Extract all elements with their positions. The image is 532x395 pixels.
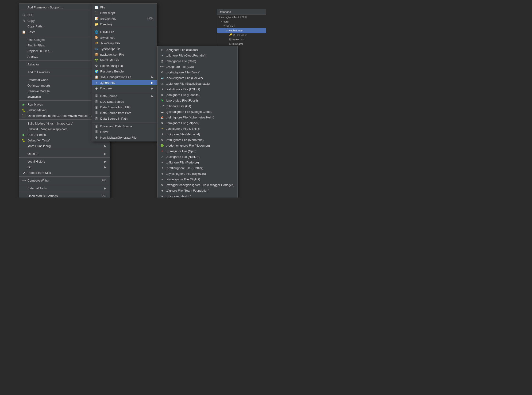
ctx-item-local-history[interactable]: Local History ▶: [19, 159, 110, 164]
ctx-item-js[interactable]: JS JavaScript File: [92, 40, 157, 46]
ctx-item-git[interactable]: Git ▶: [19, 164, 110, 170]
ctx-item-external-tools[interactable]: External Tools ▶: [19, 185, 110, 191]
ctx-item-label: New MybatisGeneratorFile: [100, 136, 136, 139]
ctx-item-scratch-file[interactable]: 📝 Scratch File ⇧⌘N: [92, 16, 157, 21]
ignore-item-git[interactable]: ⎇ .gitignore File (Git): [157, 103, 237, 109]
arrow-icon: ▶: [104, 144, 106, 148]
ignore-item-eb[interactable]: ☁ .ebignore File (ElasticBeanstalk): [157, 81, 237, 86]
db-name: card: [224, 20, 229, 23]
run-tests-icon: ▶: [22, 133, 26, 137]
jshint-icon: JS: [160, 127, 164, 130]
ctx-item-file[interactable]: 📄 File: [92, 5, 157, 10]
ctx-item-driver-datasource[interactable]: 🗄 Driver and Data Source: [92, 123, 157, 129]
database-panel-header: Database: [217, 9, 266, 15]
docker-icon: 🐋: [160, 76, 164, 80]
ignore-item-helm[interactable]: ⛵ .helmignore File (Kubernetes Helm): [157, 115, 237, 120]
ctx-item-reload-from-disk[interactable]: ↺ Reload from Disk: [19, 170, 110, 176]
ignore-item-mercurial[interactable]: ☿ .hgignore File (Mercurial): [157, 131, 237, 137]
ignore-item-stylint[interactable]: ✒ .stylintignore File (Stylint): [157, 176, 237, 182]
ctx-item-driver[interactable]: 🗄 Driver: [92, 129, 157, 135]
ctx-item-datasource-in-path[interactable]: 🗄 Data Source in Path: [92, 116, 157, 121]
favorites-icon: [22, 70, 26, 74]
ignore-item-jetpack[interactable]: ⚙ .jpmignore File (Jetpack): [157, 120, 237, 126]
ctx-item-resource-bundle[interactable]: 🌍 Resource Bundle: [92, 68, 157, 74]
reformat-icon: [22, 78, 26, 82]
db-tree-wechat-user[interactable]: ▾ wechat_user: [217, 28, 266, 33]
ignore-item-label: .flooignore File (Floobits): [166, 93, 200, 97]
ctx-item-mybatis-generator[interactable]: ⚙ New MybatisGeneratorFile: [92, 135, 157, 140]
db-tree-col-nickname[interactable]: ▤ nickname: [217, 42, 266, 46]
ctx-item-ignore-file[interactable]: ·i· .ignore File ▶: [92, 80, 157, 85]
ctx-item-datasource-path[interactable]: 🗄 Data Source from Path: [92, 110, 157, 116]
separator: [19, 192, 110, 192]
ctx-item-package-json[interactable]: 📦 package.json File: [92, 52, 157, 57]
ctx-item-editorconfig[interactable]: ⚙ EditorConfig File: [92, 63, 157, 68]
ignore-item-bzr[interactable]: ◎ .bzrignore File (Bazaar): [157, 47, 237, 53]
debug-tests-icon: 🐛: [22, 138, 26, 142]
chef-icon: 🍴: [160, 59, 164, 63]
ignore-item-fossil[interactable]: 🦎 ignore-glob File (Fossil): [157, 98, 237, 103]
ignore-item-gcloud[interactable]: ☁ .gcloudignore File (Google Cloud): [157, 109, 237, 115]
ignore-item-docker[interactable]: 🐋 .dockerignore File (Docker): [157, 75, 237, 81]
ctx-item-xml-config[interactable]: 📋 XML Configuration File ▶: [92, 74, 157, 80]
ignore-item-label: .npmignore File (Npm): [166, 149, 196, 153]
ctx-item-more-run-debug[interactable]: More Run/Debug ▶: [19, 143, 110, 149]
ignore-item-tf[interactable]: ◈ .tfignore File (Team Foundation): [157, 188, 237, 193]
paste-icon: 📋: [22, 30, 26, 34]
gcloud-icon: ☁: [160, 110, 164, 114]
ignore-item-prettier[interactable]: ✦ .prettierignore File (Prettier): [157, 165, 237, 171]
ignore-item-swagger[interactable]: ⚙ .swagger-codegen-ignore File (Swagger …: [157, 182, 237, 188]
ctx-item-diagram[interactable]: ◈ Diagram ▶: [92, 85, 157, 91]
ctx-item-label: PlantUML File: [100, 58, 119, 62]
ctx-item-directory[interactable]: 📁 Directory: [92, 21, 157, 27]
ctx-item-compare-with[interactable]: ⟺ Compare With... ⌘D: [19, 178, 110, 183]
ctx-item-html[interactable]: 🌐 HTML File: [92, 29, 157, 35]
ignore-icon: ·i·: [95, 81, 98, 84]
ctx-item-label: Run Maven: [28, 103, 43, 106]
ignore-item-label: .helmignore File (Kubernetes Helm): [166, 116, 214, 119]
ignore-item-monotone[interactable]: ⚙ .mtn-ignore File (Monotone): [157, 137, 237, 143]
db-tree-tables[interactable]: ▾ tables 1: [217, 24, 266, 28]
ignore-item-label: .cvsignore File (Cvs): [166, 65, 194, 68]
ignore-item-npm[interactable]: n .npmignore File (Npm): [157, 148, 237, 154]
ignore-item-floobits[interactable]: ◉ .flooignore File (Floobits): [157, 92, 237, 98]
ignore-item-darcs[interactable]: ⚙ .boringignore File (Darcs): [157, 69, 237, 75]
db-col-id-type: int(11) un: [237, 33, 247, 36]
scratch-icon: 📝: [95, 17, 98, 20]
ignore-item-eslint[interactable]: ✦ .eslintignore File (ESLint): [157, 86, 237, 92]
db-tree-col-id[interactable]: 🔑 id int(11) un: [217, 33, 266, 37]
db-tree-col-token[interactable]: ▤ token varc: [217, 37, 266, 42]
ctx-item-plantuml[interactable]: 🌱 PlantUML File: [92, 57, 157, 63]
db-col-id-name: id: [233, 33, 235, 36]
ignore-item-label: .nodemonignore File (Nodemon): [166, 144, 210, 147]
ignore-item-label: .jshintignore File (JSHint): [166, 127, 200, 130]
ctx-item-datasource-url[interactable]: 🗄 Data Source from URL: [92, 104, 157, 110]
ctx-item-open-module-settings[interactable]: Open Module Settings ⌘↓: [19, 193, 110, 198]
db-tree-db[interactable]: ▾ card: [217, 19, 266, 24]
ctx-item-data-source[interactable]: 🗄 Data Source ▶: [92, 93, 157, 99]
ctx-item-label: Find in Files...: [28, 44, 46, 47]
ignore-item-stylelint[interactable]: ◈ .stylelintignore File (StyleLint): [157, 171, 237, 176]
arrow-icon: ▶: [104, 152, 106, 155]
ctx-item-cmd-script[interactable]: ⬛ Cmd script: [92, 10, 157, 16]
ignore-item-nodemon[interactable]: 🟢 .nodemonignore File (Nodemon): [157, 143, 237, 148]
ignore-item-nuxt[interactable]: △ .nuxtignore File (NuxtJS): [157, 154, 237, 159]
ctx-item-open-in[interactable]: Open In ▶: [19, 151, 110, 156]
ctx-item-ddl-data-source[interactable]: 🗄 DDL Data Source: [92, 99, 157, 104]
ignore-item-jshint[interactable]: JS .jshintignore File (JSHint): [157, 126, 237, 131]
ignore-item-perforce[interactable]: ≡ .p4ignore File (Perforce): [157, 159, 237, 165]
ctx-item-stylesheet[interactable]: 🎨 Stylesheet: [92, 35, 157, 40]
ignore-item-cvs[interactable]: CVS .cvsignore File (Cvs): [157, 64, 237, 69]
ext-tools-icon: [22, 186, 26, 190]
css-icon: 🎨: [95, 36, 98, 39]
ignore-item-label: .boringignore File (Darcs): [166, 71, 201, 74]
db-tree-host[interactable]: ▾ card@localhost 1 of 41: [217, 15, 266, 19]
ignore-item-up[interactable]: UP .upignore File (Up): [157, 193, 237, 198]
ignore-item-label: .dockerignore File (Docker): [166, 76, 203, 80]
ignore-item-cf[interactable]: ☁ .cfignore File (CloudFoundry): [157, 53, 237, 58]
eslint-icon: ✦: [160, 87, 164, 91]
ctx-item-ts[interactable]: TS TypeScript File: [92, 46, 157, 52]
ctx-item-label: Driver and Data Source: [100, 125, 132, 128]
ignore-item-chef[interactable]: 🍴 .chefignore File (Chef): [157, 58, 237, 64]
optimize-icon: [22, 83, 26, 87]
